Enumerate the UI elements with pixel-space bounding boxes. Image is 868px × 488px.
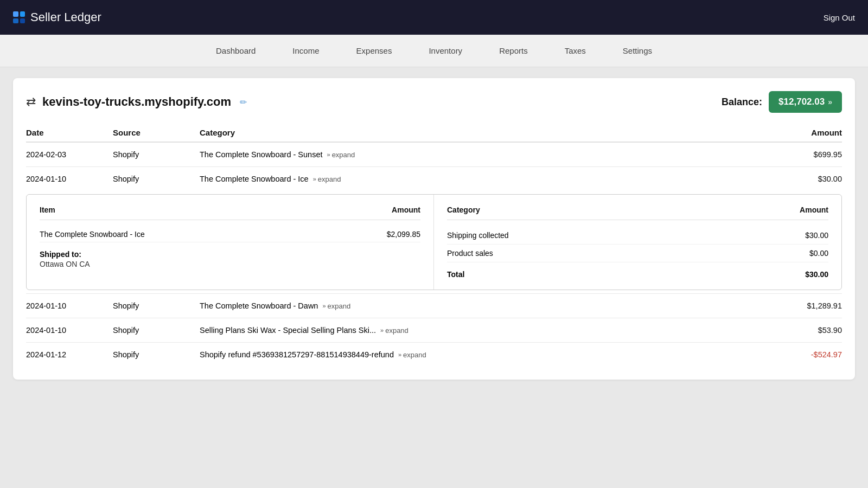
- top-bar: Seller Ledger Sign Out: [0, 0, 868, 35]
- row-date: 2024-01-12: [26, 350, 113, 359]
- dbl-chevron-icon: »: [322, 303, 326, 309]
- dbl-chevron-icon: »: [327, 151, 330, 158]
- nav-item-expenses[interactable]: Expenses: [354, 42, 394, 60]
- row-category-cell: The Complete Snowboard - Sunset » expand: [200, 150, 766, 159]
- detail-cat-amount: $0.00: [809, 249, 828, 258]
- expand-button[interactable]: » expand: [327, 151, 355, 159]
- nav-item-dashboard[interactable]: Dashboard: [214, 42, 258, 60]
- main-content: ⇄ kevins-toy-trucks.myshopify.com ✏ Bala…: [0, 67, 868, 390]
- detail-cat-name: Shipping collected: [447, 231, 509, 240]
- row-category-cell: Selling Plans Ski Wax - Special Selling …: [200, 326, 766, 335]
- detail-amount-col: Amount: [392, 206, 420, 214]
- expand-label: expand: [403, 351, 426, 359]
- detail-right-amount-col: Amount: [800, 206, 828, 214]
- detail-item-col: Item: [40, 206, 55, 214]
- row-amount: $1,289.91: [766, 301, 842, 310]
- row-category-text: The Complete Snowboard - Dawn: [200, 301, 318, 310]
- shipped-address: Ottawa ON CA: [40, 260, 420, 268]
- table-row: 2024-01-12 Shopify Shopify refund #53693…: [26, 343, 842, 367]
- nav-item-inventory[interactable]: Inventory: [426, 42, 464, 60]
- row-date: 2024-02-03: [26, 150, 113, 159]
- table-row: 2024-01-10 Shopify The Complete Snowboar…: [26, 167, 842, 191]
- nav-bar: Dashboard Income Expenses Inventory Repo…: [0, 35, 868, 67]
- col-category: Category: [200, 128, 766, 137]
- dbl-chevron-icon: »: [398, 351, 401, 358]
- expanded-row-group: 2024-01-10 Shopify The Complete Snowboar…: [26, 167, 842, 294]
- row-category-text: The Complete Snowboard - Ice: [200, 175, 309, 183]
- nav-item-income[interactable]: Income: [290, 42, 321, 60]
- expand-label: expand: [328, 302, 351, 310]
- row-date: 2024-01-10: [26, 301, 113, 310]
- col-date: Date: [26, 128, 113, 137]
- row-category-cell: The Complete Snowboard - Ice » expand: [200, 175, 766, 183]
- logo-icon: [13, 11, 25, 23]
- nav-item-reports[interactable]: Reports: [497, 42, 530, 60]
- expand-button[interactable]: » expand: [322, 302, 350, 310]
- expand-button[interactable]: » expand: [380, 326, 409, 335]
- detail-cat-name: Product sales: [447, 249, 493, 258]
- detail-item-row: The Complete Snowboard - Ice $2,099.85: [40, 227, 420, 242]
- expand-label: expand: [385, 326, 409, 335]
- detail-total-label: Total: [447, 270, 464, 279]
- balance-chevrons: »: [828, 98, 832, 106]
- detail-card: Item Amount The Complete Snowboard - Ice…: [26, 194, 842, 290]
- sign-out-button[interactable]: Sign Out: [824, 13, 855, 22]
- card-header: ⇄ kevins-toy-trucks.myshopify.com ✏ Bala…: [26, 91, 842, 113]
- logo-area: Seller Ledger: [13, 10, 101, 24]
- detail-right-header: Category Amount: [447, 206, 828, 220]
- row-source: Shopify: [113, 150, 200, 159]
- row-amount: $30.00: [766, 175, 842, 183]
- detail-category-row: Shipping collected $30.00: [447, 227, 828, 245]
- row-source: Shopify: [113, 175, 200, 183]
- row-date: 2024-01-10: [26, 175, 113, 183]
- col-source: Source: [113, 128, 200, 137]
- store-title: ⇄ kevins-toy-trucks.myshopify.com ✏: [26, 95, 247, 109]
- row-category-cell: Shopify refund #5369381257297-8815149384…: [200, 350, 766, 359]
- expand-label: expand: [332, 151, 355, 159]
- content-card: ⇄ kevins-toy-trucks.myshopify.com ✏ Bala…: [13, 78, 855, 380]
- expand-label: expand: [318, 175, 341, 183]
- table-row: 2024-01-10 Shopify Selling Plans Ski Wax…: [26, 318, 842, 343]
- row-amount: $699.95: [766, 150, 842, 159]
- detail-item-name: The Complete Snowboard - Ice: [40, 230, 145, 239]
- detail-right-panel: Category Amount Shipping collected $30.0…: [434, 195, 841, 290]
- table-row: 2024-01-10 Shopify The Complete Snowboar…: [26, 294, 842, 318]
- detail-inner: Item Amount The Complete Snowboard - Ice…: [27, 195, 841, 290]
- balance-value: $12,702.03: [778, 97, 825, 107]
- row-amount: $53.90: [766, 326, 842, 335]
- row-source: Shopify: [113, 326, 200, 335]
- detail-total-amount: $30.00: [805, 270, 828, 279]
- balance-area: Balance: $12,702.03 »: [722, 91, 842, 113]
- row-category-text: Shopify refund #5369381257297-8815149384…: [200, 350, 394, 359]
- app-name: Seller Ledger: [30, 10, 101, 24]
- shipped-section: Shipped to: Ottawa ON CA: [40, 250, 420, 268]
- detail-category-row: Product sales $0.00: [447, 245, 828, 262]
- store-name: kevins-toy-trucks.myshopify.com: [42, 95, 231, 109]
- detail-item-amount: $2,099.85: [387, 230, 420, 239]
- table-row: 2024-02-03 Shopify The Complete Snowboar…: [26, 143, 842, 167]
- row-category-text: The Complete Snowboard - Sunset: [200, 150, 323, 159]
- transfer-icon: ⇄: [26, 95, 36, 109]
- row-date: 2024-01-10: [26, 326, 113, 335]
- detail-cat-amount: $30.00: [805, 231, 828, 240]
- detail-total-row: Total $30.00: [447, 265, 828, 279]
- row-source: Shopify: [113, 301, 200, 310]
- edit-icon[interactable]: ✏: [240, 97, 247, 107]
- detail-category-col: Category: [447, 206, 480, 214]
- row-category-text: Selling Plans Ski Wax - Special Selling …: [200, 326, 376, 335]
- nav-item-settings[interactable]: Settings: [621, 42, 654, 60]
- row-source: Shopify: [113, 350, 200, 359]
- col-amount: Amount: [766, 128, 842, 137]
- detail-left-panel: Item Amount The Complete Snowboard - Ice…: [27, 195, 434, 290]
- expand-button[interactable]: » expand: [313, 175, 341, 183]
- balance-badge: $12,702.03 »: [769, 91, 842, 113]
- table-header: Date Source Category Amount: [26, 124, 842, 143]
- shipped-label: Shipped to:: [40, 250, 420, 259]
- expand-button[interactable]: » expand: [398, 351, 426, 359]
- nav-item-taxes[interactable]: Taxes: [563, 42, 588, 60]
- row-category-cell: The Complete Snowboard - Dawn » expand: [200, 301, 766, 310]
- dbl-chevron-icon: »: [380, 327, 384, 333]
- row-amount: -$524.97: [766, 350, 842, 359]
- detail-table-header: Item Amount: [40, 206, 420, 220]
- dbl-chevron-icon: »: [313, 176, 316, 182]
